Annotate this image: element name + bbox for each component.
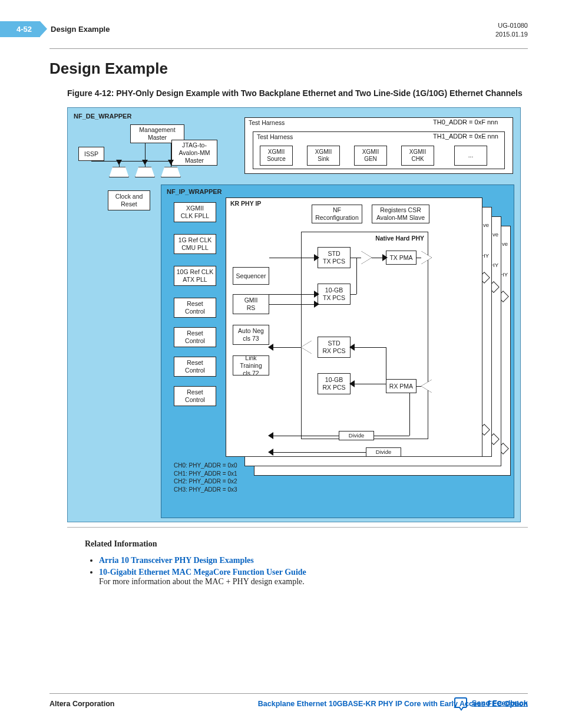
label-nf-ip-wrapper: NF_IP_WRAPPER [167,188,222,195]
ghost-ve-1: ve [483,222,489,228]
box-10gb-rx-pcs: 10-GBRX PCS [318,373,351,394]
box-divide-2: Divide [366,447,401,457]
doc-meta: UG-01080 2015.01.19 [495,21,528,39]
send-feedback-link[interactable]: Send Feedback [454,697,528,708]
ghost-ve-3: ve [502,241,508,247]
box-ellipsis: ... [454,146,487,166]
related-info: Related Information Arria 10 Transceiver… [85,539,528,587]
addr-ch0: CH0: PHY_ADDR = 0x0 [174,462,237,470]
label-th1-addr: TH1_ADDR = 0xE nnn [433,133,498,140]
doc-date: 2015.01.19 [495,30,528,39]
box-xgmii-sink: XGMIISink [307,146,340,166]
mux-3 [161,167,181,177]
header-section-title: Design Example [51,25,110,34]
amp-rx-in [421,380,432,393]
box-reset-control-3: ResetControl [174,357,216,377]
label-kr-phy-ip: KR PHY IP [230,200,261,207]
addr-ch2: CH2: PHY_ADDR = 0x2 [174,477,237,486]
label-th0-addr: TH0_ADDR = 0xF nnn [433,118,498,126]
box-1g-refclk: 1G Ref CLKCMU PLL [174,234,216,254]
amp-tx-out [421,251,432,264]
list-item: Arria 10 Transceiver PHY Design Examples [99,556,528,565]
box-gmii-rs: GMIIRS [233,294,269,314]
page-title: Design Example [49,60,528,78]
addr-list: CH0: PHY_ADDR = 0x0 CH1: PHY_ADDR = 0x1 … [174,462,237,493]
box-jtag: JTAG-to-Avalon-MMMaster [171,140,217,166]
feedback-label: Send Feedback [472,699,528,707]
box-reset-control-4: ResetControl [174,386,216,406]
ghost-ve-2: ve [492,231,498,238]
page-header: 4-52 Design Example UG-01080 2015.01.19 [0,0,562,48]
figure-caption: Figure 4-12: PHY-Only Design Example wit… [67,87,528,99]
mux-1 [109,167,129,177]
feedback-icon [454,697,467,708]
amp-rx [301,341,312,354]
label-test-harness-2: Test Harness [257,133,293,141]
box-registers: Registers CSRAvalon-MM Slave [372,205,429,223]
box-rx-pma: RX PMA [386,379,416,393]
box-reset-control-2: ResetControl [174,327,216,347]
box-sequencer: Sequencer [233,267,269,285]
page-tab: 4-52 Design Example [0,21,110,37]
footer-company: Altera Corporation [49,700,114,708]
box-tx-pma: TX PMA [386,251,416,265]
link-arria10[interactable]: Arria 10 Transceiver PHY Design Examples [99,556,254,565]
mux-2 [135,167,155,177]
box-autoneg: Auto Negcls 73 [233,325,269,345]
box-xgmii-gen: XGMIIGEN [354,146,387,166]
box-10gb-tx-pcs: 10-GBTX PCS [318,284,351,305]
box-reset-control-1: ResetControl [174,298,216,318]
box-xgmii-source: XGMIISource [260,146,293,166]
amp-tx [361,251,372,264]
label-nf-de-wrapper: NF_DE_WRAPPER [74,113,131,120]
addr-ch1: CH1: PHY_ADDR = 0x1 [174,470,237,478]
link2-desc: For more information about the MAC + PHY… [99,577,305,586]
page-footer: Altera Corporation Backplane Ethernet 10… [0,693,562,708]
box-xgmii-chk: XGMIICHK [401,146,434,166]
box-std-tx-pcs: STDTX PCS [318,247,351,268]
list-item: 10-Gigabit Ethernet MAC MegaCore Functio… [99,568,528,587]
box-nf-reconfig: NFReconfiguration [312,205,362,223]
box-std-rx-pcs: STDRX PCS [318,337,351,358]
box-issp: ISSP [78,147,104,161]
box-10g-refclk: 10G Ref CLKATX PLL [174,266,216,286]
doc-id: UG-01080 [495,21,528,30]
box-divide-1: Divide [339,431,374,440]
footer-rule [49,693,528,694]
figure-diagram: NF_DE_WRAPPER ManagementMaster ISSP JTAG… [67,107,521,522]
link-10g-mac[interactable]: 10-Gigabit Ethernet MAC MegaCore Functio… [99,568,306,577]
page-number: 4-52 [0,21,40,37]
related-heading: Related Information [85,539,528,549]
addr-ch3: CH3: PHY_ADDR = 0x3 [174,486,237,494]
box-linktrain: Link Trainingcls 72 [233,355,269,375]
box-clock-reset: Clock andReset [108,190,150,210]
box-xgmii-clk: XGMIICLK FPLL [174,202,216,222]
label-native-hard-phy: Native Hard PHY [375,235,424,242]
label-test-harness-1: Test Harness [249,119,285,127]
